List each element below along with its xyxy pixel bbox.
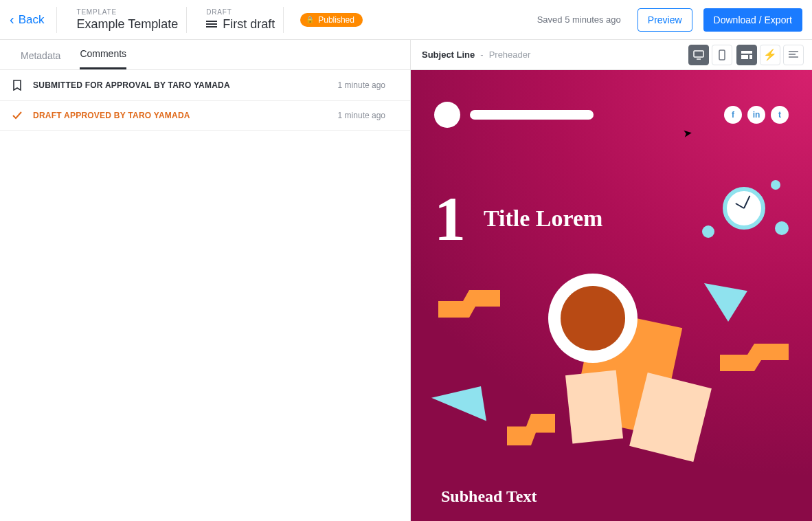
linkedin-icon[interactable]: in xyxy=(747,106,765,124)
template-meta: TEMPLATE Example Template xyxy=(68,7,187,33)
activity-row[interactable]: SUBMITTED FOR APPROVAL BY TARO YAMADA 1 … xyxy=(0,70,410,101)
zigzag-shape xyxy=(507,414,555,445)
badge-label: Published xyxy=(318,15,354,25)
back-button[interactable]: ‹ Back xyxy=(10,7,57,33)
download-export-button[interactable]: Download / Export xyxy=(703,8,802,32)
activity-time: 1 minute ago xyxy=(338,111,385,120)
lock-icon: 🔒 xyxy=(306,16,314,23)
check-icon xyxy=(11,111,23,120)
bookmark-icon xyxy=(11,80,23,91)
chevron-left-icon: ‹ xyxy=(10,12,14,27)
list-icon xyxy=(206,19,217,29)
svg-rect-4 xyxy=(749,55,752,59)
back-label: Back xyxy=(19,13,45,27)
tab-comments[interactable]: Comments xyxy=(80,48,126,69)
triangle-shape xyxy=(431,386,486,425)
preview-button[interactable]: Preview xyxy=(638,8,692,32)
clock-illustration xyxy=(695,180,791,256)
clock-icon xyxy=(723,187,765,230)
draft-meta[interactable]: DRAFT First draft xyxy=(198,7,284,33)
layout-view-button[interactable] xyxy=(736,45,757,65)
mobile-view-button[interactable] xyxy=(712,45,732,65)
brand-logo xyxy=(434,102,594,128)
svg-rect-0 xyxy=(694,51,703,57)
email-preview[interactable]: f in t ➤ 1 Title Lorem S xyxy=(411,70,812,521)
email-subhead: Subhead Text xyxy=(441,487,537,506)
activity-time: 1 minute ago xyxy=(338,80,385,90)
template-name: Example Template xyxy=(76,17,178,32)
template-label: TEMPLATE xyxy=(76,8,178,16)
svg-rect-2 xyxy=(741,51,752,54)
saved-status: Saved 5 minutes ago xyxy=(537,14,621,25)
text-view-button[interactable] xyxy=(783,45,804,65)
activity-list: SUBMITTED FOR APPROVAL BY TARO YAMADA 1 … xyxy=(0,70,410,131)
activity-text: DRAFT APPROVED BY TARO YAMADA xyxy=(33,111,328,120)
coffee-cup-icon xyxy=(548,274,638,363)
activity-text: SUBMITTED FOR APPROVAL BY TARO YAMADA xyxy=(33,80,328,90)
book-shape xyxy=(565,370,623,443)
email-title: Title Lorem xyxy=(484,206,602,232)
desktop-icon xyxy=(693,50,704,60)
zigzag-shape xyxy=(438,290,500,318)
triangle-shape xyxy=(699,283,747,322)
list-lines-icon xyxy=(789,51,798,59)
section-number: 1 xyxy=(434,187,466,250)
preheader-label[interactable]: Preheader xyxy=(489,49,531,60)
cursor-icon: ➤ xyxy=(682,126,693,140)
layout-icon xyxy=(741,51,752,59)
draft-name: First draft xyxy=(223,17,275,32)
svg-rect-3 xyxy=(741,55,748,59)
bolt-icon: ⚡ xyxy=(763,48,777,61)
twitter-icon[interactable]: t xyxy=(771,106,789,124)
tab-metadata[interactable]: Metadata xyxy=(21,50,60,69)
draft-label: DRAFT xyxy=(206,8,275,16)
facebook-icon[interactable]: f xyxy=(724,106,742,124)
desktop-view-button[interactable] xyxy=(688,45,709,65)
subject-line-label[interactable]: Subject Line xyxy=(422,49,475,60)
svg-rect-1 xyxy=(719,50,725,60)
mobile-icon xyxy=(719,49,725,60)
zigzag-shape xyxy=(720,344,789,371)
lightning-view-button[interactable]: ⚡ xyxy=(760,45,780,65)
published-badge: 🔒 Published xyxy=(300,13,363,27)
subject-separator: - xyxy=(480,49,483,60)
activity-row[interactable]: DRAFT APPROVED BY TARO YAMADA 1 minute a… xyxy=(0,101,410,131)
